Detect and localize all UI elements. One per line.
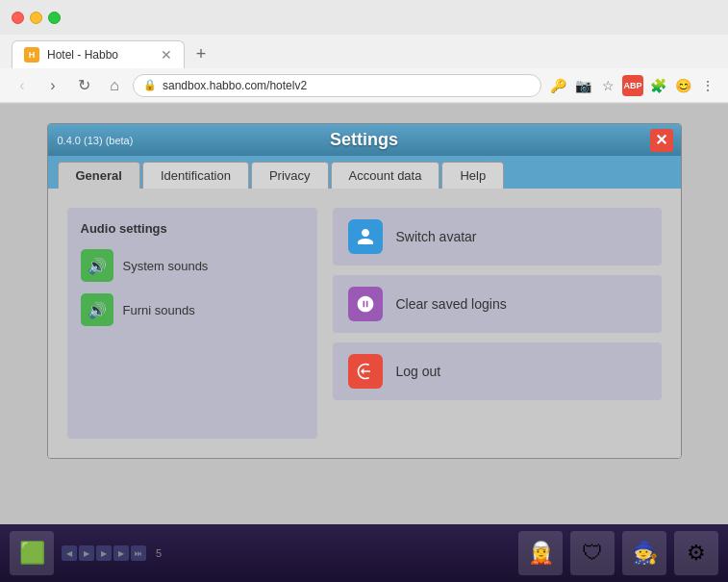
log-out-label: Log out (396, 364, 441, 379)
lock-icon: 🔒 (143, 79, 157, 91)
toolbar-icons: 🔑 📷 ☆ ABP 🧩 😊 ⋮ (547, 75, 718, 96)
settings-overlay: 0.4.0 (13) (beta) Settings ✕ General Ide… (0, 104, 728, 582)
bottom-icon-1[interactable]: 🟩 (10, 531, 54, 575)
tab-identification[interactable]: Identification (142, 162, 249, 189)
adblock-icon[interactable]: ABP (622, 75, 643, 96)
system-sounds-label: System sounds (123, 259, 209, 273)
tab-title: Hotel - Habbo (47, 48, 118, 62)
nav-play-button[interactable]: ▶ (96, 545, 112, 561)
tab-favicon: H (24, 47, 39, 63)
bottom-icon-gear[interactable]: ⚙ (674, 531, 718, 575)
switch-avatar-icon (348, 219, 383, 254)
browser-toolbar: ‹ › ↻ ⌂ 🔒 sandbox.habbo.com/hotelv2 🔑 📷 … (0, 68, 728, 103)
bottom-icon-character2[interactable]: 🧙 (622, 531, 666, 575)
minimize-window-button[interactable] (30, 12, 42, 24)
traffic-lights (12, 12, 61, 24)
address-text: sandbox.habbo.com/hotelv2 (163, 79, 307, 92)
maximize-window-button[interactable] (48, 12, 61, 24)
furni-sounds-icon: 🔊 (81, 293, 113, 326)
furni-sounds-label: Furni sounds (123, 303, 195, 317)
tab-general[interactable]: General (58, 162, 140, 189)
settings-version: 0.4.0 (13) (beta) (58, 135, 134, 146)
new-tab-button[interactable]: + (188, 42, 213, 67)
log-out-button[interactable]: Log out (333, 342, 662, 400)
audio-panel: Audio settings 🔊 System sounds 🔊 Furni s… (67, 208, 317, 439)
tab-bar: H Hotel - Habbo ✕ + (0, 35, 728, 68)
settings-tabs: General Identification Privacy Account d… (48, 156, 681, 189)
tab-privacy[interactable]: Privacy (251, 162, 329, 189)
audio-panel-title: Audio settings (81, 221, 304, 236)
bottom-icon-shield[interactable]: 🛡 (570, 531, 615, 575)
refresh-button[interactable]: ↻ (71, 73, 96, 98)
clear-saved-logins-label: Clear saved logins (396, 296, 507, 312)
nav-count: 5 (154, 547, 162, 559)
profile-icon[interactable]: 😊 (672, 75, 693, 96)
back-button[interactable]: ‹ (10, 73, 35, 98)
browser-chrome: H Hotel - Habbo ✕ + ‹ › ↻ ⌂ 🔒 sandbox.ha… (0, 0, 728, 104)
bottom-nav-controls: ◀ ▶ ▶ ▶ ⏭ (62, 545, 146, 561)
system-sounds-icon: 🔊 (81, 249, 113, 282)
settings-content: Audio settings 🔊 System sounds 🔊 Furni s… (48, 189, 681, 458)
settings-title: Settings (330, 130, 398, 150)
settings-close-button[interactable]: ✕ (650, 129, 673, 152)
switch-avatar-button[interactable]: Switch avatar (333, 208, 662, 266)
browser-tab[interactable]: H Hotel - Habbo ✕ (12, 40, 185, 68)
actions-panel: Switch avatar Clear saved logins (333, 208, 662, 439)
nav-right-button[interactable]: ▶ (79, 545, 94, 561)
nav-left-button[interactable]: ◀ (62, 545, 77, 561)
menu-icon[interactable]: ⋮ (697, 75, 718, 96)
furni-sounds-item[interactable]: 🔊 Furni sounds (81, 293, 304, 326)
system-sounds-item[interactable]: 🔊 System sounds (81, 249, 304, 282)
tab-close-button[interactable]: ✕ (161, 47, 172, 63)
log-out-icon (348, 354, 383, 389)
switch-avatar-label: Switch avatar (396, 229, 477, 244)
nav-next-button[interactable]: ▶ (113, 545, 129, 561)
screenshot-icon[interactable]: 📷 (572, 75, 593, 96)
key-icon[interactable]: 🔑 (547, 75, 568, 96)
clear-saved-logins-icon (348, 287, 383, 321)
bottom-icon-character1[interactable]: 🧝 (518, 531, 563, 575)
clear-saved-logins-button[interactable]: Clear saved logins (333, 275, 662, 333)
tab-account-data[interactable]: Account data (331, 162, 440, 189)
home-button[interactable]: ⌂ (102, 73, 127, 98)
star-icon[interactable]: ☆ (597, 75, 618, 96)
bottom-game-bar: 🟩 ◀ ▶ ▶ ▶ ⏭ 5 🧝 🛡 🧙 ⚙ (0, 524, 728, 582)
settings-dialog: 0.4.0 (13) (beta) Settings ✕ General Ide… (47, 123, 682, 459)
address-bar[interactable]: 🔒 sandbox.habbo.com/hotelv2 (133, 74, 541, 97)
extension-icon[interactable]: 🧩 (647, 75, 668, 96)
forward-button[interactable]: › (40, 73, 65, 98)
nav-skip-button[interactable]: ⏭ (131, 545, 146, 561)
tab-help[interactable]: Help (441, 162, 504, 189)
close-window-button[interactable] (12, 12, 24, 24)
settings-titlebar: 0.4.0 (13) (beta) Settings ✕ (48, 124, 681, 156)
title-bar (0, 0, 728, 35)
